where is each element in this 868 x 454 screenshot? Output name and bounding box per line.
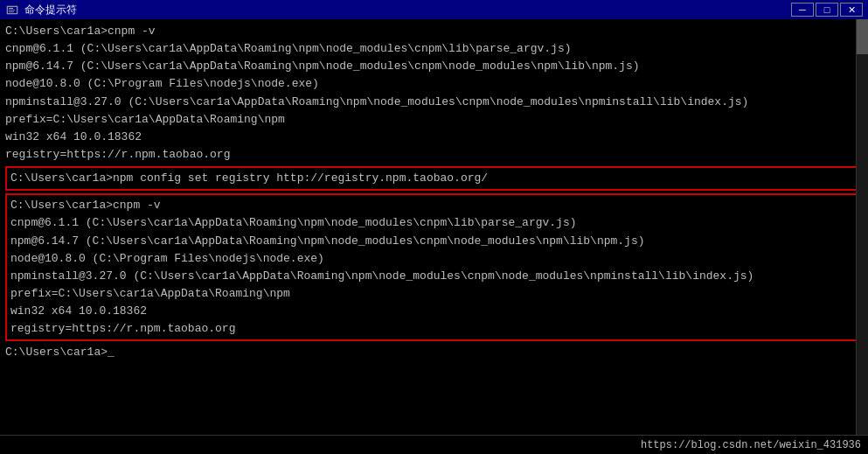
console-line: node@10.8.0 (C:\Program Files\nodejs\nod… [5, 75, 863, 93]
console-line: npminstall@3.27.0 (C:\Users\car1a\AppDat… [10, 268, 858, 285]
console-line: prefix=C:\Users\car1a\AppData\Roaming\np… [10, 285, 858, 303]
console-line: C:\Users\car1a>cnpm -v [10, 197, 858, 214]
status-bar: https://blog.csdn.net/weixin_431936 [0, 435, 868, 454]
console-line: npm@6.14.7 (C:\Users\car1a\AppData\Roami… [5, 58, 863, 75]
console-line: npminstall@3.27.0 (C:\Users\car1a\AppDat… [5, 94, 863, 111]
svg-rect-4 [9, 11, 14, 12]
console-line: prefix=C:\Users\car1a\AppData\Roaming\np… [5, 111, 863, 129]
console-line: win32 x64 10.0.18362 [5, 129, 863, 146]
console-line: registry=https://r.npm.taobao.org [10, 320, 858, 338]
scrollbar[interactable] [856, 19, 868, 435]
minimize-button[interactable]: ─ [791, 3, 814, 17]
console-line: npm@6.14.7 (C:\Users\car1a\AppData\Roami… [10, 233, 858, 250]
console-line: win32 x64 10.0.18362 [10, 303, 858, 320]
svg-rect-3 [9, 10, 15, 10]
console-line: registry=https://r.npm.taobao.org [5, 146, 863, 164]
svg-rect-2 [9, 8, 13, 9]
console-line: C:\Users\car1a>cnpm -v [5, 23, 863, 40]
console-line: cnpm@6.1.1 (C:\Users\car1a\AppData\Roami… [10, 214, 858, 232]
first-cnpm-block: C:\Users\car1a>cnpm -v cnpm@6.1.1 (C:\Us… [5, 23, 863, 164]
maximize-button[interactable]: □ [816, 3, 838, 17]
title-bar-controls: ─ □ ✕ [791, 3, 863, 17]
status-url: https://blog.csdn.net/weixin_431936 [641, 439, 861, 451]
title-bar-left: 命令提示符 [5, 3, 77, 17]
npm-config-command: C:\Users\car1a>npm config set registry h… [10, 170, 858, 187]
close-button[interactable]: ✕ [840, 3, 863, 17]
second-cnpm-red-box: C:\Users\car1a>cnpm -v cnpm@6.1.1 (C:\Us… [5, 193, 863, 341]
console-line: node@10.8.0 (C:\Program Files\nodejs\nod… [10, 250, 858, 268]
console-line: cnpm@6.1.1 (C:\Users\car1a\AppData\Roami… [5, 40, 863, 58]
final-prompt: C:\Users\car1a>_ [5, 344, 863, 361]
console-area: C:\Users\car1a>cnpm -v cnpm@6.1.1 (C:\Us… [0, 19, 868, 435]
app-icon [5, 3, 19, 17]
title-text: 命令提示符 [24, 3, 77, 17]
title-bar: 命令提示符 ─ □ ✕ [0, 0, 868, 19]
scrollbar-thumb[interactable] [857, 19, 868, 54]
command-red-box: C:\Users\car1a>npm config set registry h… [5, 166, 863, 191]
